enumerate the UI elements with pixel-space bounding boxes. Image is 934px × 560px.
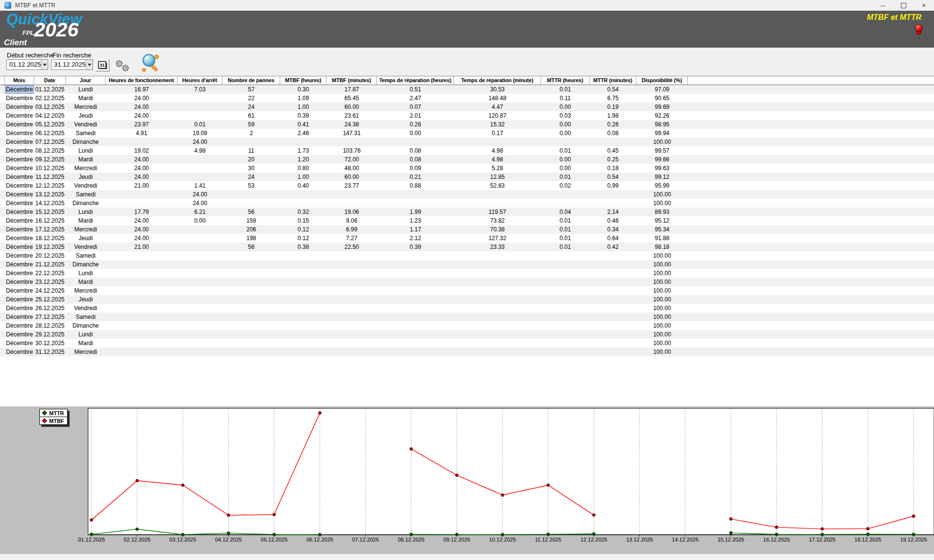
table-cell[interactable] (541, 251, 590, 260)
table-cell[interactable] (280, 260, 326, 269)
column-header[interactable]: MTTR (minutes) (590, 76, 636, 85)
table-cell[interactable]: Décembre (5, 304, 34, 313)
table-row[interactable]: Décembre31.12.2025Mercredi100.00 (0, 348, 934, 356)
table-cell[interactable]: 0.01 (541, 173, 590, 181)
table-cell[interactable] (326, 321, 377, 330)
table-cell[interactable]: 24.00 (178, 190, 222, 199)
table-cell[interactable]: Décembre (5, 164, 34, 173)
legend-item-mtbf[interactable]: MTBF (40, 417, 67, 424)
table-cell[interactable] (280, 269, 326, 278)
table-cell[interactable]: Décembre (5, 269, 34, 278)
table-cell[interactable]: Décembre (5, 120, 34, 129)
table-cell[interactable]: 28.12.2025 (34, 321, 66, 330)
table-cell[interactable]: 09.12.2025 (34, 155, 66, 164)
table-cell[interactable] (377, 251, 454, 260)
table-cell[interactable] (454, 190, 541, 199)
table-cell[interactable]: 70.38 (454, 225, 541, 234)
table-cell[interactable]: 0.12 (280, 225, 326, 234)
table-cell[interactable]: 0.34 (590, 225, 636, 234)
table-cell[interactable]: 0.02 (541, 181, 590, 190)
table-cell[interactable]: 24.00 (106, 225, 178, 234)
table-cell[interactable] (178, 304, 222, 313)
table-cell[interactable] (454, 260, 541, 269)
table-cell[interactable]: Samedi (66, 313, 106, 321)
table-cell[interactable]: Vendredi (66, 120, 106, 129)
table-cell[interactable]: 6.99 (326, 225, 377, 234)
table-cell[interactable] (454, 321, 541, 330)
table-cell[interactable]: 4.98 (454, 155, 541, 164)
table-cell[interactable]: 6.21 (178, 208, 222, 216)
table-cell[interactable]: 206 (222, 225, 280, 234)
table-cell[interactable] (326, 269, 377, 278)
table-cell[interactable]: 100.00 (636, 348, 688, 356)
table-cell[interactable]: 0.01 (178, 120, 222, 129)
table-cell[interactable]: 25.12.2025 (34, 295, 66, 304)
table-cell[interactable]: 99.66 (636, 155, 688, 164)
table-cell[interactable]: Décembre (5, 348, 34, 356)
table-cell[interactable]: 2.46 (280, 129, 326, 138)
table-cell[interactable]: 0.11 (541, 94, 590, 103)
table-cell[interactable] (454, 269, 541, 278)
table-cell[interactable]: 19.02 (106, 146, 178, 155)
table-cell[interactable]: Mardi (66, 278, 106, 286)
table-row[interactable]: Décembre20.12.2025Samedi100.00 (0, 251, 934, 260)
table-cell[interactable]: Samedi (66, 190, 106, 199)
table-cell[interactable] (178, 260, 222, 269)
table-cell[interactable] (541, 138, 590, 146)
table-cell[interactable] (280, 330, 326, 339)
table-cell[interactable] (590, 260, 636, 269)
table-cell[interactable]: Samedi (66, 251, 106, 260)
table-cell[interactable]: 48.00 (326, 164, 377, 173)
column-header[interactable]: Jour (66, 76, 106, 85)
table-cell[interactable]: 1.99 (377, 208, 454, 216)
table-cell[interactable] (590, 313, 636, 321)
table-cell[interactable]: 24.00 (106, 94, 178, 103)
table-row[interactable]: Décembre19.12.2025Vendredi21.00560.3822.… (0, 243, 934, 251)
table-cell[interactable]: Jeudi (66, 173, 106, 181)
table-cell[interactable] (106, 138, 178, 146)
table-cell[interactable]: Jeudi (66, 111, 106, 120)
table-row[interactable]: Décembre23.12.2025Mardi100.00 (0, 278, 934, 286)
table-cell[interactable]: 23.61 (326, 111, 377, 120)
table-cell[interactable]: 120.87 (454, 111, 541, 120)
table-cell[interactable]: Décembre (5, 208, 34, 216)
table-cell[interactable]: 27.12.2025 (34, 313, 66, 321)
table-cell[interactable] (106, 278, 178, 286)
table-cell[interactable] (541, 286, 590, 295)
table-cell[interactable]: 0.21 (377, 173, 454, 181)
table-cell[interactable]: 0.12 (280, 234, 326, 243)
table-cell[interactable]: Décembre (5, 138, 34, 146)
table-cell[interactable]: 147.31 (326, 129, 377, 138)
table-cell[interactable] (106, 313, 178, 321)
table-cell[interactable] (222, 190, 280, 199)
table-cell[interactable]: 26.12.2025 (34, 304, 66, 313)
table-cell[interactable] (590, 348, 636, 356)
table-cell[interactable]: 100.00 (636, 190, 688, 199)
table-cell[interactable]: 100.00 (636, 330, 688, 339)
table-row[interactable]: Décembre02.12.2025Mardi24.00221.0965.452… (0, 94, 934, 103)
table-cell[interactable]: Décembre (5, 321, 34, 330)
table-cell[interactable]: 4.91 (106, 129, 178, 138)
table-cell[interactable]: 0.07 (377, 103, 454, 111)
table-cell[interactable]: 0.01 (541, 243, 590, 251)
table-cell[interactable]: 95.99 (636, 181, 688, 190)
table-cell[interactable]: 17.79 (106, 208, 178, 216)
table-cell[interactable] (280, 313, 326, 321)
table-row[interactable]: Décembre09.12.2025Mardi24.00201.2072.000… (0, 155, 934, 164)
table-cell[interactable] (280, 321, 326, 330)
table-cell[interactable]: 60.00 (326, 173, 377, 181)
table-cell[interactable]: Décembre (5, 181, 34, 190)
table-row[interactable]: Décembre14.12.2025Dimanche24.00100.00 (0, 199, 934, 208)
table-cell[interactable] (106, 286, 178, 295)
table-cell[interactable]: 24 (222, 173, 280, 181)
table-cell[interactable] (590, 190, 636, 199)
table-cell[interactable]: 0.00 (178, 216, 222, 225)
table-cell[interactable]: 04.12.2025 (34, 111, 66, 120)
table-cell[interactable]: Lundi (66, 85, 106, 94)
table-cell[interactable]: 0.99 (590, 181, 636, 190)
table-cell[interactable] (377, 330, 454, 339)
table-cell[interactable]: 24.00 (178, 199, 222, 208)
table-cell[interactable]: 1.73 (280, 146, 326, 155)
table-cell[interactable] (590, 321, 636, 330)
table-cell[interactable] (590, 278, 636, 286)
